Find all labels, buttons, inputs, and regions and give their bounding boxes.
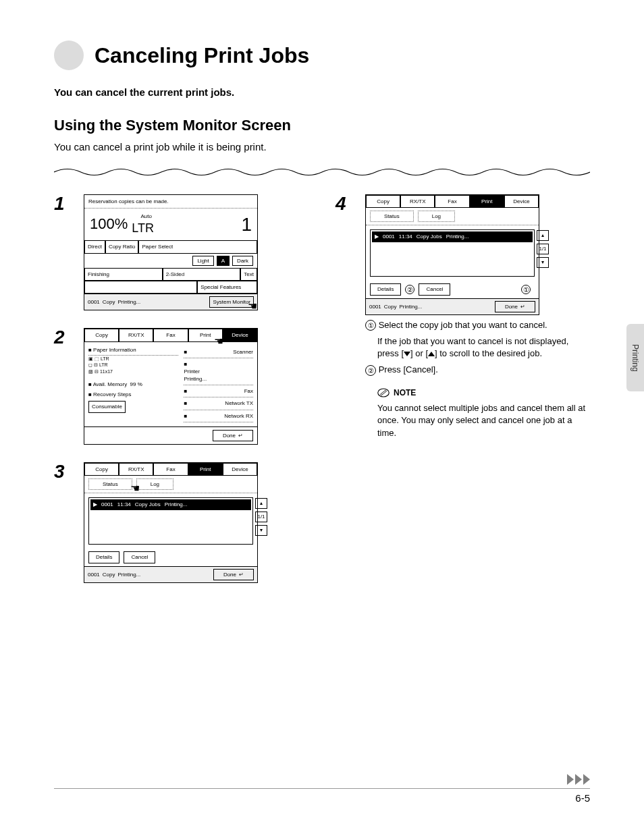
subtitle: You can cancel the current print jobs. bbox=[54, 86, 590, 98]
s2-fax: Fax bbox=[244, 387, 253, 395]
s2-tab-print[interactable]: Print ☚ bbox=[188, 329, 223, 341]
pager-triangle-icon bbox=[575, 774, 582, 785]
s2-tab-print-label: Print bbox=[200, 332, 211, 338]
s4-tab-print[interactable]: Print bbox=[470, 195, 504, 208]
s3-tab-fax[interactable]: Fax bbox=[153, 463, 188, 476]
s4-cancel-button[interactable]: Cancel bbox=[419, 283, 450, 295]
s2-consumable-button[interactable]: Consumable bbox=[88, 401, 126, 412]
s4-job-time: 11:34 bbox=[399, 233, 412, 240]
s2-tab-rxtx[interactable]: RX/TX bbox=[119, 329, 153, 341]
s1-2sided[interactable]: 2-Sided bbox=[163, 268, 241, 281]
note-text: You cannot select multiple jobs and canc… bbox=[377, 402, 590, 439]
s3-job-id: 0001 bbox=[101, 501, 113, 508]
callout-2-marker: ② bbox=[405, 285, 414, 294]
s2-paper-2: ◻ ⊟ LTR bbox=[88, 362, 178, 368]
s1-sysmon-label: System Monitor bbox=[213, 299, 250, 305]
s3-status-num: 0001 bbox=[88, 571, 100, 578]
note-pencil-icon bbox=[377, 388, 390, 397]
s1-light[interactable]: Light bbox=[192, 256, 213, 266]
s2-scanner: Scanner bbox=[233, 348, 253, 356]
s3-status-state: Printing... bbox=[117, 571, 140, 578]
s4-tab-fax[interactable]: Fax bbox=[435, 195, 469, 208]
s4-scroll-down[interactable]: ▾ bbox=[537, 257, 549, 268]
s3-subtab-status[interactable]: Status ☚ bbox=[88, 478, 132, 490]
s4-details-button[interactable]: Details bbox=[370, 283, 401, 295]
s3-done-label: Done bbox=[223, 571, 236, 578]
step-number-1: 1 bbox=[54, 194, 73, 313]
screenshot-2: Copy RX/TX Fax Print ☚ Device ■ Paper I bbox=[84, 328, 258, 445]
s1-status-num: 0001 bbox=[88, 298, 100, 306]
s1-special[interactable]: Special Features bbox=[197, 281, 257, 294]
screenshot-1: Reservation copies can be made. 100% Aut… bbox=[84, 194, 258, 310]
callout-1b-c: ] to scroll to the desired job. bbox=[435, 348, 542, 358]
s4-status-mode: Copy bbox=[384, 303, 397, 310]
s1-topbar: Reservation copies can be made. bbox=[84, 195, 257, 209]
s4-status-state: Printing... bbox=[399, 303, 422, 310]
s3-done-button[interactable]: Done ↵ bbox=[213, 569, 254, 580]
s1-system-monitor-button[interactable]: System Monitor ☚ bbox=[209, 296, 254, 308]
s3-tab-print[interactable]: Print bbox=[188, 463, 223, 476]
s3-subtab-log[interactable]: Log bbox=[136, 478, 173, 490]
s3-job-time: 11:34 bbox=[117, 501, 131, 508]
s3-scroll-down[interactable]: ▾ bbox=[255, 525, 267, 536]
s4-scroll-up[interactable]: ▴ bbox=[537, 230, 549, 241]
s4-job-state: Printing... bbox=[446, 233, 469, 240]
s3-job-list: ▶ 0001 11:34 Copy Jobs Printing... ▴ 1/1… bbox=[88, 497, 253, 545]
s1-direct[interactable]: Direct bbox=[84, 240, 105, 253]
pointer-hand-icon: ☚ bbox=[130, 481, 140, 496]
s2-done-button[interactable]: Done ↵ bbox=[213, 430, 253, 441]
s1-finishing[interactable]: Finishing bbox=[84, 268, 163, 281]
s1-text[interactable]: Text bbox=[240, 268, 257, 281]
s3-job-marker: ▶ bbox=[93, 501, 97, 508]
section-desc: You can cancel a print job while it is b… bbox=[54, 141, 590, 153]
svg-point-0 bbox=[378, 389, 390, 397]
wavy-divider bbox=[54, 166, 590, 178]
s4-subtab-log[interactable]: Log bbox=[418, 211, 455, 222]
s1-ltr: LTR bbox=[132, 220, 154, 237]
s1-auto: Auto bbox=[140, 213, 151, 220]
s3-scroll-up[interactable]: ▴ bbox=[255, 498, 267, 509]
s3-tab-copy[interactable]: Copy bbox=[84, 463, 119, 476]
triangle-up-icon bbox=[428, 352, 435, 356]
s3-tab-rxtx[interactable]: RX/TX bbox=[119, 463, 153, 476]
s1-a[interactable]: A bbox=[217, 256, 230, 266]
s2-tab-copy[interactable]: Copy bbox=[84, 329, 119, 341]
footer-rule bbox=[54, 788, 590, 789]
s2-paper-3: ▨ ⊟ 11x17 bbox=[88, 368, 178, 375]
s4-done-label: Done bbox=[505, 303, 518, 310]
s2-avail-pct: 99 % bbox=[130, 381, 142, 387]
s3-page-indicator: 1/1 bbox=[255, 512, 267, 522]
title-bullet bbox=[54, 40, 84, 70]
s2-tab-fax[interactable]: Fax bbox=[153, 329, 188, 341]
s3-details-button[interactable]: Details bbox=[88, 551, 119, 563]
s4-tab-device[interactable]: Device bbox=[504, 195, 539, 208]
s1-paperselect[interactable]: Paper Select bbox=[138, 240, 257, 253]
s1-status-mode: Copy bbox=[103, 298, 115, 306]
s4-tab-copy[interactable]: Copy bbox=[366, 195, 400, 208]
s4-done-button[interactable]: Done ↵ bbox=[495, 301, 535, 312]
s3-tab-device[interactable]: Device bbox=[223, 463, 257, 476]
s1-status-state: Printing... bbox=[117, 298, 140, 306]
s2-net-rx: Network RX bbox=[224, 412, 253, 420]
s2-net-tx: Network TX bbox=[225, 399, 253, 407]
s4-job-list: ▶ 0001 11:34 Copy Jobs Printing... ▴ 1/1… bbox=[370, 229, 535, 277]
s1-copyratio[interactable]: Copy Ratio bbox=[105, 240, 139, 253]
callout-1-num: ① bbox=[365, 320, 376, 331]
s3-cancel-button[interactable]: Cancel bbox=[124, 551, 155, 563]
side-tab-printing: Printing bbox=[626, 324, 644, 391]
s1-dark[interactable]: Dark bbox=[232, 256, 253, 266]
s4-subtab-status[interactable]: Status bbox=[370, 211, 414, 222]
s4-tab-rxtx[interactable]: RX/TX bbox=[400, 195, 435, 208]
s4-job-type: Copy Jobs bbox=[417, 233, 442, 240]
s3-job-state: Printing... bbox=[165, 501, 188, 508]
s2-tab-device[interactable]: Device bbox=[223, 329, 257, 341]
callout-2-num: ② bbox=[365, 365, 376, 376]
callout-1-marker: ① bbox=[521, 285, 531, 294]
s3-job-row[interactable]: ▶ 0001 11:34 Copy Jobs Printing... bbox=[90, 499, 251, 509]
pager-triangle-icon bbox=[583, 774, 590, 785]
s4-job-id: 0001 bbox=[383, 233, 395, 240]
page-title: Canceling Print Jobs bbox=[95, 43, 309, 68]
s3-job-type: Copy Jobs bbox=[135, 501, 161, 508]
s4-job-row[interactable]: ▶ 0001 11:34 Copy Jobs Printing... bbox=[372, 231, 533, 242]
pointer-hand-icon: ☚ bbox=[248, 299, 257, 314]
